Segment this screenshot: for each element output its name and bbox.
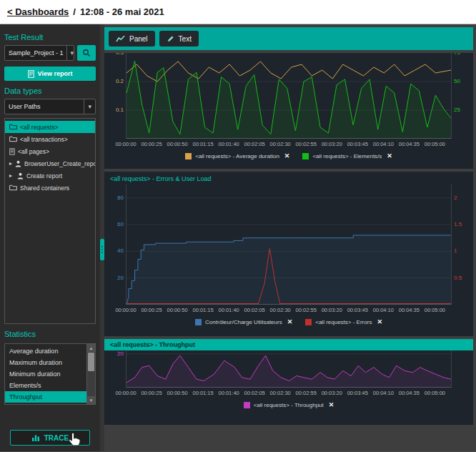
expand-arrow-icon[interactable]: ▸ xyxy=(9,160,12,167)
x-axis-labels: 00:00:0000:00:2500:00:5000:01:1500:01:40… xyxy=(126,390,452,398)
legend-label: Contrôleur/Charge Utilisateurs xyxy=(205,319,282,325)
statistic-item[interactable]: Minimum duration xyxy=(5,368,86,380)
x-axis-tick: 00:04:35 xyxy=(399,141,420,147)
user-paths-select-value: User Paths xyxy=(9,103,41,110)
x-axis-tick: 00:04:10 xyxy=(373,141,394,147)
view-report-label: View report xyxy=(38,70,73,77)
legend-label: <all requests> - Throughput xyxy=(254,402,324,408)
x-axis-tick: 00:00:00 xyxy=(115,390,136,396)
statistic-item[interactable]: Average duration xyxy=(5,345,86,357)
y-axis-tick: 0.1 xyxy=(106,107,124,114)
x-axis-tick: 00:02:55 xyxy=(296,390,317,396)
x-axis-tick: 00:00:50 xyxy=(167,307,187,313)
text-button[interactable]: Text xyxy=(159,31,199,46)
user-paths-select[interactable]: User Paths ▾ xyxy=(4,99,96,114)
x-axis-tick: 00:05:00 xyxy=(425,307,445,313)
chart-plot-area: 0.30.20.1755025 xyxy=(126,53,452,139)
legend-close-icon[interactable]: ✕ xyxy=(329,401,334,408)
scroll-up-icon[interactable]: ▲ xyxy=(87,344,95,352)
breadcrumb-separator: / xyxy=(73,6,76,17)
tree-item[interactable]: ▸Create report xyxy=(5,170,95,182)
user-icon xyxy=(17,172,24,180)
scroll-down-icon[interactable]: ▼ xyxy=(87,396,95,404)
chart-panel-errors-user-load: <all requests> - Errors & User Load80604… xyxy=(104,172,473,336)
x-axis-tick: 00:01:15 xyxy=(192,307,213,313)
tree-item-label: Create report xyxy=(26,172,62,180)
project-select-value: Sample_Project - 1 xyxy=(9,49,64,56)
x-axis-tick: 00:04:10 xyxy=(373,307,394,313)
legend-swatch xyxy=(195,319,202,325)
tree-item[interactable]: ▸BrowserUser_Create_report xyxy=(5,157,95,170)
legend-close-icon[interactable]: ✕ xyxy=(377,318,382,325)
x-axis-tick: 00:03:45 xyxy=(347,390,368,396)
x-axis-tick: 00:04:35 xyxy=(399,307,420,313)
y-axis-tick: 0.2 xyxy=(106,78,124,85)
statistics-scrollbar[interactable]: ▲ ▼ xyxy=(86,344,95,404)
y-axis-tick: 2 xyxy=(454,195,472,202)
y-axis-tick: 25 xyxy=(454,107,472,114)
project-select[interactable]: Sample_Project - 1 ▾ xyxy=(4,45,74,61)
y-axis-tick: 75 xyxy=(454,53,472,56)
trace-button[interactable]: TRACE xyxy=(10,430,90,446)
page-icon xyxy=(9,148,15,155)
scrollbar-track[interactable] xyxy=(87,352,95,396)
panel-button[interactable]: Panel xyxy=(109,31,155,46)
folder-icon xyxy=(9,124,17,130)
legend-item: <all requests> - Average duration✕ xyxy=(185,152,289,159)
search-icon xyxy=(82,49,91,57)
legend-label: <all requests> - Average duration xyxy=(195,153,279,159)
legend-close-icon[interactable]: ✕ xyxy=(387,152,392,159)
legend-close-icon[interactable]: ✕ xyxy=(287,318,293,325)
report-icon xyxy=(28,70,34,78)
breadcrumb[interactable]: < Dashboards xyxy=(7,6,69,17)
legend-swatch xyxy=(305,319,312,325)
view-report-button[interactable]: View report xyxy=(4,67,96,81)
tree-item-label: <all requests> xyxy=(20,124,58,131)
statistic-item[interactable]: Elements/s xyxy=(5,380,86,391)
x-axis-tick: 00:03:20 xyxy=(322,390,342,396)
y-axis-tick: 50 xyxy=(454,78,472,85)
chevron-down-icon: ▾ xyxy=(66,46,74,60)
x-axis-tick: 00:05:00 xyxy=(425,390,445,396)
legend-close-icon[interactable]: ✕ xyxy=(284,152,290,159)
tree-item[interactable]: <all pages> xyxy=(5,145,95,157)
chart-plot-area: 8060402021.510.5 xyxy=(126,185,452,305)
statistic-item[interactable]: Maximum duration xyxy=(5,357,86,368)
statistics-list: Average durationMaximum durationMinimum … xyxy=(4,343,96,405)
x-axis-tick: 00:03:20 xyxy=(322,307,342,313)
line-chart-icon xyxy=(116,35,125,43)
header: < Dashboards / 12:08 - 26 mai 2021 xyxy=(0,0,476,24)
chart-legend: <all requests> - Average duration✕<all r… xyxy=(104,152,473,159)
x-axis-tick: 00:04:35 xyxy=(399,390,420,396)
statistics-label: Statistics xyxy=(4,330,96,338)
chart-series-line xyxy=(127,62,451,82)
tree-item-label: Shared containers xyxy=(20,185,69,192)
x-axis-tick: 00:02:05 xyxy=(244,390,265,396)
x-axis-tick: 00:00:50 xyxy=(167,390,187,396)
x-axis-tick: 00:02:05 xyxy=(244,141,265,147)
y-axis-tick: 0.5 xyxy=(454,275,472,282)
statistics-items: Average durationMaximum durationMinimum … xyxy=(5,344,86,404)
page-title: 12:08 - 26 mai 2021 xyxy=(80,6,164,17)
chart-svg xyxy=(127,350,451,388)
test-result-label: Test Result xyxy=(4,33,96,41)
expand-arrow-icon[interactable]: ▸ xyxy=(9,172,14,179)
chart-panel-throughput: <all requests> - Throughput2000:00:0000:… xyxy=(104,339,473,425)
statistic-item[interactable]: Throughput xyxy=(5,391,86,403)
bar-chart-icon xyxy=(31,434,40,441)
tree-item[interactable]: <all requests> xyxy=(5,121,95,133)
x-axis-tick: 00:03:45 xyxy=(347,141,368,147)
x-axis-tick: 00:00:00 xyxy=(115,307,136,313)
tree-item[interactable]: <all transactions> xyxy=(5,133,95,145)
legend-item: Contrôleur/Charge Utilisateurs✕ xyxy=(195,318,292,325)
x-axis-tick: 00:02:55 xyxy=(296,141,317,147)
tree-item[interactable]: Shared containers xyxy=(5,182,95,194)
scrollbar-thumb[interactable] xyxy=(88,353,94,371)
x-axis-labels: 00:00:0000:00:2500:00:5000:01:1500:01:40… xyxy=(126,141,452,149)
y-axis-tick: 1.5 xyxy=(454,221,472,228)
search-button[interactable] xyxy=(77,45,96,61)
content: Test Result Sample_Project - 1 ▾ View re… xyxy=(0,24,476,451)
toolbar: Panel Text xyxy=(104,27,473,50)
tree-item-label: <all transactions> xyxy=(20,136,68,143)
chart-svg xyxy=(127,185,451,305)
